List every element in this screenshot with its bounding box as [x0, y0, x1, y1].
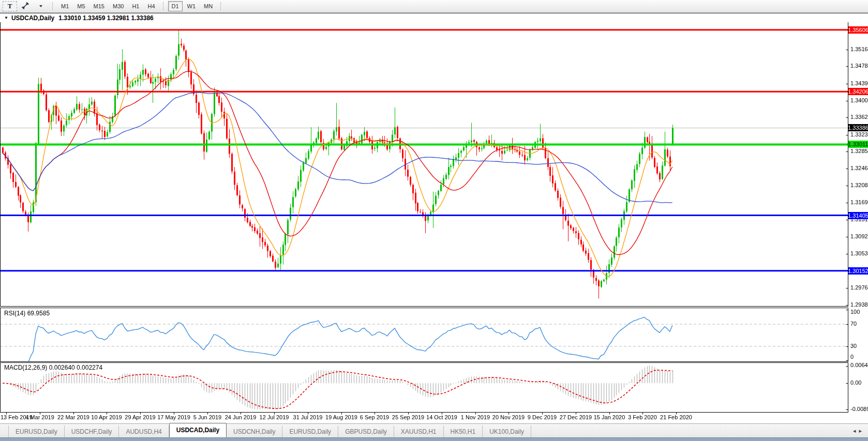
arrange-arrows-icon	[22, 2, 29, 10]
timeframe-group-1: M1M5M15M30H1H4	[57, 1, 159, 11]
tab-xauusd-h1[interactable]: XAUUSD,H1	[394, 425, 444, 437]
arrange-dropdown-button[interactable]	[34, 1, 48, 11]
timeframe-button-w1[interactable]: W1	[184, 1, 200, 11]
timeframe-button-mn[interactable]: MN	[200, 1, 216, 11]
tab-usdchf-daily[interactable]: USDCHF,Daily	[65, 425, 119, 437]
text-tool-button[interactable]: T	[3, 1, 17, 11]
chart-canvas[interactable]	[0, 0, 868, 441]
tabs-scroll-right-icon[interactable]: ▸	[859, 428, 865, 434]
chart-title-bar: ▼ USDCAD,Daily 1.33010 1.33459 1.32981 1…	[0, 13, 868, 22]
timeframe-button-m15[interactable]: M15	[90, 1, 108, 11]
tab-usdcad-daily[interactable]: USDCAD,Daily	[169, 423, 227, 437]
tab-audusd-h4[interactable]: AUDUSD,H4	[119, 425, 169, 437]
tab-eurusd-daily[interactable]: EURUSD,Daily	[282, 425, 338, 437]
timeframe-button-m1[interactable]: M1	[57, 1, 72, 11]
chart-tabs-bar: EURUSD,DailyUSDCHF,DailyAUDUSD,H4USDCAD,…	[0, 423, 868, 437]
tab-hk50-h1[interactable]: HK50,H1	[444, 425, 483, 437]
toolbar-separator	[220, 2, 221, 10]
chart-ohlc-values: 1.33010 1.33459 1.32981 1.33386	[58, 14, 154, 22]
tab-usdcnh-daily[interactable]: USDCNH,Daily	[227, 425, 282, 437]
tabs-scroll-left-icon[interactable]: ◂	[853, 428, 859, 434]
timeframe-button-m30[interactable]: M30	[109, 1, 127, 11]
collapse-triangle-icon[interactable]: ▼	[4, 16, 8, 20]
timeframe-button-h1[interactable]: H1	[128, 1, 143, 11]
chart-symbol-title: USDCAD,Daily	[11, 14, 54, 22]
trading-app-window: T M1M5M15M30H1H4 D1W1MN ▼ USDCAD,Daily	[0, 0, 868, 441]
chevron-down-icon	[39, 5, 42, 7]
timeframe-button-h4[interactable]: H4	[144, 1, 158, 11]
timeframe-button-m5[interactable]: M5	[73, 1, 88, 11]
arrange-windows-button[interactable]	[18, 1, 33, 11]
tabs-scroll-arrows: ◂▸	[853, 428, 865, 434]
tab-gbpusd-daily[interactable]: GBPUSD,Daily	[338, 425, 394, 437]
chart-tabs: EURUSD,DailyUSDCHF,DailyAUDUSD,H4USDCAD,…	[8, 423, 531, 437]
toolbar-separator	[52, 2, 53, 10]
timeframe-button-d1[interactable]: D1	[168, 1, 183, 11]
tab-uk100-daily[interactable]: UK100,Daily	[483, 425, 531, 437]
tab-eurusd-daily[interactable]: EURUSD,Daily	[8, 425, 65, 437]
timeframe-group-2: D1W1MN	[168, 1, 217, 11]
toolbar: T M1M5M15M30H1H4 D1W1MN	[0, 0, 868, 13]
toolbar-separator	[163, 2, 164, 10]
bottom-strip	[0, 437, 868, 441]
